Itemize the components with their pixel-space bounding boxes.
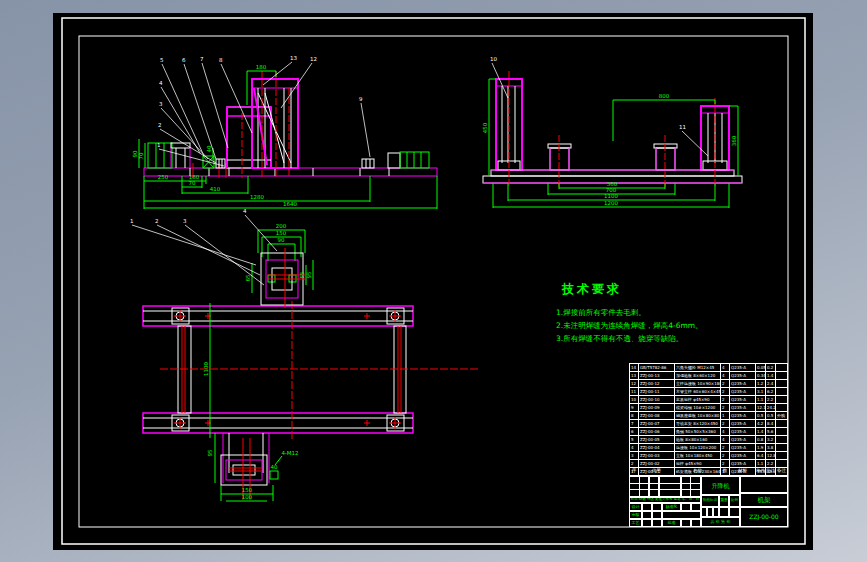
balloon: 1 [130, 218, 134, 224]
bom-cell-unit-weight: 0.34 [756, 372, 766, 380]
bom-cell-material: Q235-A [730, 420, 756, 428]
dimension: 70 [189, 180, 196, 186]
bom-cell-no: 11 [630, 388, 639, 396]
side-dimensions: 800 450 360 360 700 1100 1200 [482, 93, 737, 206]
bom-cell-total-weight: 6.2 [766, 388, 776, 396]
bom-cell-unit-weight: 0.05 [756, 364, 766, 372]
bom-cell-unit-weight: 1.4 [756, 428, 766, 436]
balloon: 12 [310, 56, 317, 62]
bom-cell-no: 9 [630, 404, 639, 412]
bom-cell-code: ZZJ-00-11 [639, 388, 675, 396]
scale-label: 比例 [729, 495, 740, 507]
bom-cell-name: 轴承座垫板 10×80×80 [675, 412, 721, 420]
dimension: 360 [731, 135, 737, 146]
bom-cell-code: ZZJ-00-12 [639, 380, 675, 388]
bom-cell-material: Q235-A [730, 412, 756, 420]
signature-cell [642, 511, 652, 519]
balloon: 8 [219, 57, 223, 63]
plan-view: 1100 200 150 90 95 55 [130, 208, 480, 501]
bom-row: 8 ZZJ-00-08 轴承座垫板 10×80×80 1 Q235-A 0.5 … [630, 412, 788, 420]
bom-table: 14 GB/T5782-86 六角头螺栓 M12×45 4 Q235-A 0.0… [629, 363, 788, 476]
bom-row: 6 ZZJ-00-06 角钢 50×50×5×360 4 Q235-A 1.4 … [630, 428, 788, 436]
bom-cell-total-weight: 2.4 [766, 380, 776, 388]
dimension: 55 [299, 271, 305, 278]
bom-cell-unit-weight: 0.5 [756, 412, 766, 420]
bom-row: 12 ZZJ-00-12 立柱连接板 10×90×180 2 Q235-A 1.… [630, 380, 788, 388]
balloon: 4 [243, 208, 247, 214]
bom-cell-material: Q235-A [730, 364, 756, 372]
dimension: 1200 [604, 200, 618, 206]
bom-cell-material: Q235-A [730, 452, 756, 460]
bom-cell-total-weight: 5.6 [766, 428, 776, 436]
bom-cell-remark [776, 420, 788, 428]
dimension: 95 [207, 449, 213, 456]
dimension: 100 [242, 494, 253, 500]
bom-cell-qty: 2 [721, 388, 730, 396]
balloon: 3 [183, 218, 187, 224]
bom-cell-remark [776, 372, 788, 380]
bom-cell-material: Q235-A [730, 428, 756, 436]
scale-value [729, 507, 740, 517]
dimension: 40 [206, 145, 212, 152]
sheet-count: 共 张 第 张 [701, 517, 740, 527]
bom-row: 13 ZZJ-00-13 加强筋板 8×60×120 4 Q235-A 0.34… [630, 372, 788, 380]
bom-cell-remark [776, 444, 788, 452]
bom-row: 7 ZZJ-00-07 导轨支架 8×120×450 2 Q235-A 4.2 … [630, 420, 788, 428]
bom-cell-no: 6 [630, 428, 639, 436]
tech-requirement-item: 2.未注明焊缝为连续角焊缝，焊高4-6mm。 [556, 319, 703, 332]
technical-requirements: 技术要求 1.焊接前所有零件去毛刺。 2.未注明焊缝为连续角焊缝，焊高4-6mm… [556, 281, 703, 345]
stage-label: 阶段标记 [701, 495, 719, 507]
title-block: 标记 处数 分区 更改文件号 签名 年、月、日 设计 标准化 审核 工艺 批准 … [629, 476, 788, 527]
company-cell [740, 476, 788, 493]
bom-cell-no: 12 [630, 380, 639, 388]
dimension: 800 [659, 93, 670, 99]
bom-cell-no: 3 [630, 452, 639, 460]
bom-cell-code: ZZJ-00-13 [639, 372, 675, 380]
bom-cell-name: 立柱连接板 10×90×180 [675, 380, 721, 388]
standard-label: 标准化 [662, 503, 681, 511]
bom-cell-remark [776, 452, 788, 460]
revision-grid-col [639, 476, 649, 497]
dimension: 1100 [604, 193, 618, 199]
weight-label: 重量 [719, 495, 729, 507]
design-label: 设计 [629, 503, 642, 511]
bom-cell-name: 方管立柱 60×60×4×450 [675, 388, 721, 396]
bom-row: 9 ZZJ-00-09 横梁槽钢 10#×1200 2 Q235-A 12.1 … [630, 404, 788, 412]
bom-cell-remark [776, 436, 788, 444]
bom-cell-no: 7 [630, 420, 639, 428]
bom-cell-material: Q235-A [730, 372, 756, 380]
signature-cell [642, 503, 652, 511]
dimension: 150 [242, 487, 253, 493]
dimension: 90 [278, 237, 285, 243]
weight-value [719, 507, 729, 517]
bom-cell-qty: 2 [721, 444, 730, 452]
bom-cell-total-weight: 8.4 [766, 420, 776, 428]
bom-cell-no: 4 [630, 444, 639, 452]
signature-cell [681, 519, 691, 527]
bom-cell-remark: 外购 [776, 412, 788, 420]
check-label: 审核 [629, 511, 642, 519]
bom-cell-name: 筋板 8×80×160 [675, 436, 721, 444]
bom-cell-name: 角钢 50×50×5×360 [675, 428, 721, 436]
tech-requirement-item: 3.所有焊缝不得有不透、烧穿等缺陷。 [556, 332, 703, 345]
bom-cell-name: 连接板 10×120×200 [675, 444, 721, 452]
bom-cell-name: 六角头螺栓 M12×45 [675, 364, 721, 372]
bom-cell-name: 导轨支架 8×120×450 [675, 420, 721, 428]
balloon: 10 [490, 56, 497, 62]
balloon: 1 [157, 142, 161, 148]
cad-viewer-page: { "window": { "background_top": "#8793A7… [0, 0, 867, 562]
bom-cell-total-weight: 2.2 [766, 396, 776, 404]
bom-cell-material: Q235-A [730, 380, 756, 388]
bom-cell-unit-weight: 1.9 [756, 444, 766, 452]
balloon: 6 [182, 57, 186, 63]
date-cell [652, 503, 662, 511]
bom-cell-unit-weight: 12.1 [756, 404, 766, 412]
bom-cell-name: 立板 10×180×450 [675, 452, 721, 460]
date-cell [652, 511, 662, 519]
bom-cell-material: Q235-A [730, 444, 756, 452]
date-cell [652, 519, 662, 527]
dimension: 90 [132, 150, 138, 157]
bom-cell-unit-weight: 1.2 [756, 380, 766, 388]
bom-cell-qty: 4 [721, 372, 730, 380]
dimension: 150 [276, 230, 287, 236]
